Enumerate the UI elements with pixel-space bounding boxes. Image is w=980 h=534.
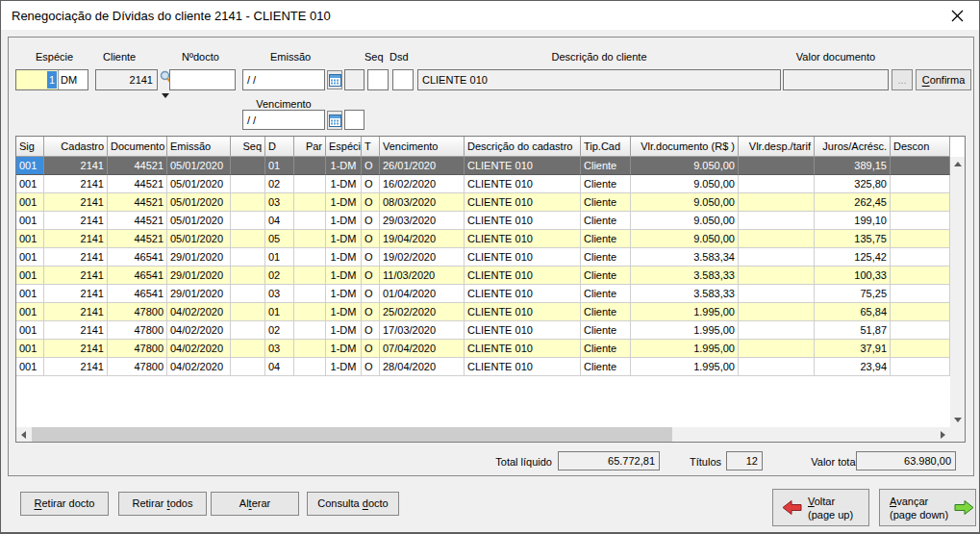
- table-cell[interactable]: [891, 303, 950, 321]
- table-cell[interactable]: [294, 193, 326, 212]
- browse-button[interactable]: ...: [892, 69, 913, 90]
- table-cell[interactable]: [739, 285, 815, 303]
- table-cell[interactable]: 05/01/2020: [167, 230, 231, 248]
- scroll-right-button[interactable]: [936, 427, 950, 442]
- table-cell[interactable]: [891, 321, 950, 340]
- table-cell[interactable]: 65,84: [815, 303, 891, 321]
- table-cell[interactable]: [891, 248, 950, 267]
- table-cell[interactable]: [891, 230, 950, 248]
- table-cell[interactable]: 44521: [108, 157, 167, 175]
- table-cell[interactable]: 389,15: [815, 157, 891, 175]
- table-cell[interactable]: 3.583,33: [631, 285, 739, 303]
- column-header[interactable]: Vencimento: [380, 137, 465, 157]
- table-cell[interactable]: 1-DM: [326, 212, 362, 230]
- table-cell[interactable]: [231, 303, 265, 321]
- table-cell[interactable]: 001: [16, 193, 44, 212]
- table-cell[interactable]: [891, 193, 950, 212]
- table-row[interactable]: 00121414452105/01/2020011-DMO26/01/2020C…: [16, 157, 950, 175]
- table-cell[interactable]: [294, 340, 326, 358]
- table-cell[interactable]: 2141: [44, 212, 108, 230]
- table-cell[interactable]: Cliente: [581, 248, 631, 267]
- table-cell[interactable]: 100,33: [815, 267, 891, 285]
- table-cell[interactable]: O: [362, 157, 380, 175]
- table-cell[interactable]: 05: [265, 230, 294, 248]
- table-cell[interactable]: [739, 358, 815, 376]
- table-cell[interactable]: 3.583,34: [631, 248, 739, 267]
- table-cell[interactable]: O: [362, 175, 380, 193]
- table-row[interactable]: 00121414452105/01/2020051-DMO19/04/2020C…: [16, 230, 950, 248]
- table-cell[interactable]: [294, 230, 326, 248]
- table-cell[interactable]: CLIENTE 010: [465, 267, 581, 285]
- column-header[interactable]: T: [362, 137, 380, 157]
- table-cell[interactable]: Cliente: [581, 175, 631, 193]
- column-header[interactable]: D: [265, 137, 294, 157]
- table-cell[interactable]: 1-DM: [326, 303, 362, 321]
- table-cell[interactable]: [294, 248, 326, 267]
- table-cell[interactable]: Cliente: [581, 230, 631, 248]
- table-cell[interactable]: 1-DM: [326, 175, 362, 193]
- table-row[interactable]: 00121414654129/01/2020031-DMO01/04/2020C…: [16, 285, 950, 303]
- table-cell[interactable]: Cliente: [581, 303, 631, 321]
- horizontal-scrollbar[interactable]: [16, 427, 950, 442]
- table-cell[interactable]: 001: [16, 212, 44, 230]
- table-cell[interactable]: [739, 230, 815, 248]
- table-cell[interactable]: [891, 285, 950, 303]
- table-row[interactable]: 00121414452105/01/2020041-DMO29/03/2020C…: [16, 212, 950, 230]
- table-cell[interactable]: [891, 157, 950, 175]
- column-header[interactable]: Descon: [891, 137, 950, 157]
- column-header[interactable]: Documento: [108, 137, 167, 157]
- table-cell[interactable]: 44521: [108, 175, 167, 193]
- table-cell[interactable]: 05/01/2020: [167, 193, 231, 212]
- emissao-extra-field[interactable]: [344, 69, 364, 90]
- table-cell[interactable]: [294, 157, 326, 175]
- table-cell[interactable]: 44521: [108, 193, 167, 212]
- table-cell[interactable]: 29/03/2020: [380, 212, 465, 230]
- table-cell[interactable]: O: [362, 212, 380, 230]
- table-cell[interactable]: 1-DM: [326, 267, 362, 285]
- table-cell[interactable]: 1.995,00: [631, 340, 739, 358]
- table-cell[interactable]: 1-DM: [326, 358, 362, 376]
- table-cell[interactable]: 1-DM: [326, 157, 362, 175]
- table-cell[interactable]: 2141: [44, 157, 108, 175]
- table-cell[interactable]: 001: [16, 340, 44, 358]
- table-cell[interactable]: 1.995,00: [631, 358, 739, 376]
- table-cell[interactable]: [231, 175, 265, 193]
- table-cell[interactable]: [294, 212, 326, 230]
- table-cell[interactable]: 29/01/2020: [167, 248, 231, 267]
- table-cell[interactable]: 01/04/2020: [380, 285, 465, 303]
- column-header[interactable]: Emissão: [167, 137, 231, 157]
- table-cell[interactable]: 262,45: [815, 193, 891, 212]
- table-cell[interactable]: 03: [265, 340, 294, 358]
- table-cell[interactable]: 17/03/2020: [380, 321, 465, 340]
- cliente-dropdown-button[interactable]: [160, 91, 171, 99]
- table-cell[interactable]: 05/01/2020: [167, 157, 231, 175]
- table-cell[interactable]: 02: [265, 321, 294, 340]
- table-cell[interactable]: [891, 267, 950, 285]
- table-cell[interactable]: [739, 303, 815, 321]
- table-cell[interactable]: [739, 267, 815, 285]
- table-cell[interactable]: 2141: [44, 303, 108, 321]
- table-cell[interactable]: 9.050,00: [631, 193, 739, 212]
- table-cell[interactable]: 01: [265, 303, 294, 321]
- table-cell[interactable]: [739, 175, 815, 193]
- horizontal-scroll-thumb[interactable]: [32, 427, 672, 442]
- table-cell[interactable]: 47800: [108, 340, 167, 358]
- column-header[interactable]: Vlr.documento (R$ ): [631, 137, 739, 157]
- table-cell[interactable]: 04: [265, 212, 294, 230]
- table-cell[interactable]: 75,25: [815, 285, 891, 303]
- table-cell[interactable]: CLIENTE 010: [465, 285, 581, 303]
- table-cell[interactable]: [231, 285, 265, 303]
- vencimento-extra-field[interactable]: [344, 110, 364, 130]
- column-header[interactable]: Sig: [16, 137, 44, 157]
- table-cell[interactable]: [231, 230, 265, 248]
- table-cell[interactable]: CLIENTE 010: [465, 230, 581, 248]
- valor-documento-field[interactable]: [783, 69, 889, 90]
- scroll-up-button[interactable]: [950, 157, 965, 171]
- table-cell[interactable]: CLIENTE 010: [465, 157, 581, 175]
- consulta-docto-button[interactable]: Consulta docto: [307, 492, 399, 516]
- table-cell[interactable]: 04/02/2020: [167, 303, 231, 321]
- table-cell[interactable]: Cliente: [581, 212, 631, 230]
- table-cell[interactable]: [231, 248, 265, 267]
- table-cell[interactable]: 05/01/2020: [167, 212, 231, 230]
- table-cell[interactable]: [739, 248, 815, 267]
